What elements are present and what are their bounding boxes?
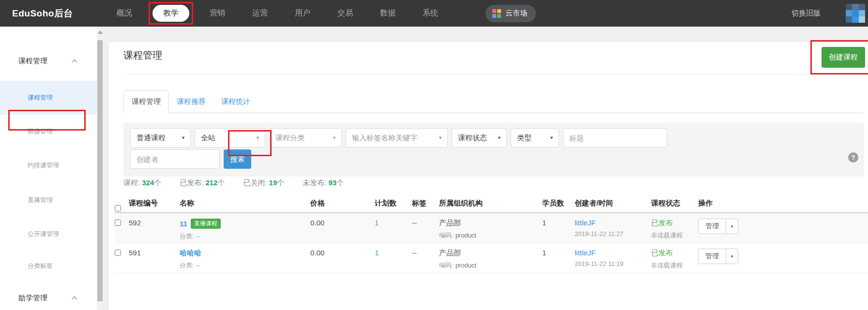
nav-item-data[interactable]: 数据: [380, 8, 396, 18]
tab-bar: 课程管理 课程推荐 课程统计: [123, 90, 863, 113]
stat-closed: 已关闭:19个: [243, 178, 284, 188]
scroll-up-arrow-icon[interactable]: [98, 30, 103, 34]
chevron-up-icon: [72, 59, 77, 64]
stat-label: 未发布:: [303, 178, 326, 187]
creator-link[interactable]: littleJF: [575, 249, 595, 257]
manage-split-button: 管理▼: [698, 219, 738, 234]
stat-label: 已发布:: [180, 178, 203, 187]
manage-dropdown-toggle[interactable]: ▼: [726, 249, 738, 264]
switch-old-version-link[interactable]: 切换旧版: [792, 9, 821, 18]
tab-course-management[interactable]: 课程管理: [123, 90, 169, 113]
tab-course-recommend[interactable]: 课程推荐: [169, 91, 213, 113]
main-nav: 概况 教学 营销 运营 用户 交易 数据 系统: [103, 2, 452, 25]
select-placeholder: 课程分类: [275, 133, 305, 143]
col-plan-count: 计划数: [375, 193, 412, 208]
stat-value: 19: [269, 178, 277, 187]
search-button[interactable]: 搜索: [224, 149, 251, 169]
creator-input[interactable]: [130, 149, 220, 169]
course-tags: --: [412, 213, 439, 227]
tab-course-statistics[interactable]: 课程统计: [213, 91, 258, 113]
sidebar-group-course-management[interactable]: 课程管理: [0, 44, 97, 78]
course-name-link[interactable]: 11: [180, 220, 187, 228]
manage-button[interactable]: 管理: [699, 249, 726, 264]
course-price: 0.00: [310, 243, 375, 257]
course-type-select[interactable]: 普通课程 ▼: [130, 128, 191, 148]
course-status-select[interactable]: 课程状态 ▼: [452, 128, 507, 148]
filter-panel: 普通课程 ▼ 全站 ▼ 课程分类 ▼ 输入标签名称关键字 ▼ 课程状态 ▼ 类型…: [123, 122, 864, 177]
nav-item-system[interactable]: 系统: [423, 8, 438, 18]
manage-button[interactable]: 管理: [699, 219, 726, 234]
col-price: 价格: [310, 193, 375, 208]
sidebar-item-schedule-management[interactable]: 约排课管理: [0, 148, 97, 182]
create-course-button[interactable]: 创建课程: [822, 47, 865, 68]
nav-item-users[interactable]: 用户: [295, 8, 310, 18]
course-table: 课程编号 名称 价格 计划数 标签 所属组织机构 学员数 创建者/时间 课程状态…: [115, 193, 868, 273]
select-value: 普通课程: [137, 133, 166, 143]
cloud-market-button[interactable]: 云市场: [486, 5, 536, 22]
row-checkbox[interactable]: [115, 250, 121, 256]
col-course-status: 课程状态: [651, 193, 698, 208]
top-navbar: EduSoho后台 概况 教学 营销 运营 用户 交易 数据 系统 云市场 切换…: [0, 0, 868, 27]
filter-row-1: 普通课程 ▼ 全站 ▼ 课程分类 ▼ 输入标签名称关键字 ▼ 课程状态 ▼ 类型…: [130, 128, 667, 148]
select-placeholder: 输入标签名称关键字: [352, 133, 417, 143]
creator-link[interactable]: littleJF: [575, 219, 595, 227]
org-name: 产品部: [439, 219, 542, 228]
scope-select[interactable]: 全站 ▼: [195, 128, 265, 148]
stat-label: 已关闭:: [243, 178, 267, 187]
plan-count-link[interactable]: 1: [375, 219, 379, 227]
brand-logo[interactable]: EduSoho后台: [12, 7, 73, 20]
course-name-link[interactable]: 哈哈哈: [180, 249, 201, 257]
sidebar-item-label: 分类标签: [28, 262, 53, 269]
col-name: 名称: [180, 193, 310, 208]
plan-count-link[interactable]: 1: [375, 249, 379, 257]
tag-keyword-select[interactable]: 输入标签名称关键字 ▼: [346, 128, 448, 148]
sidebar-item-live-management[interactable]: 直播管理: [0, 183, 97, 217]
sidebar-item-course-management[interactable]: 课程管理: [0, 81, 97, 115]
org-name: 产品部: [439, 249, 542, 258]
nav-item-operation[interactable]: 运营: [252, 8, 268, 18]
scrollbar-thumb[interactable]: [97, 40, 103, 301]
row-checkbox[interactable]: [115, 220, 121, 226]
sidebar-scrollbar[interactable]: [97, 27, 103, 310]
main-content: 课程管理 创建课程 课程管理 课程推荐 课程统计 普通课程 ▼ 全站 ▼ 课程分…: [109, 42, 868, 310]
nav-item-trade[interactable]: 交易: [337, 8, 353, 18]
stat-label: 课程:: [123, 178, 140, 187]
type-select[interactable]: 类型 ▼: [511, 128, 559, 148]
live-course-badge: 直播课程: [191, 219, 221, 229]
help-icon[interactable]: ?: [848, 152, 858, 162]
nav-item-teaching[interactable]: 教学: [152, 5, 189, 22]
table-header-row: 课程编号 名称 价格 计划数 标签 所属组织机构 学员数 创建者/时间 课程状态…: [115, 193, 868, 213]
col-organization: 所属组织机构: [439, 193, 542, 208]
cloud-market-label: 云市场: [505, 9, 527, 18]
course-category: 分类: --: [180, 232, 310, 241]
course-category: 分类: --: [180, 261, 310, 270]
nav-item-overview[interactable]: 概况: [117, 8, 132, 18]
manage-split-button: 管理▼: [698, 249, 738, 264]
org-code: 编码:product: [439, 261, 542, 270]
stat-unit: 个: [277, 178, 284, 187]
status-badge: 已发布: [651, 249, 698, 258]
table-row: 592 11直播课程 分类: -- 0.00 1 -- 产品部 编码:produ…: [115, 213, 868, 243]
user-avatar[interactable]: [846, 4, 865, 23]
title-input[interactable]: [563, 128, 667, 148]
col-creator-time: 创建者/时间: [575, 193, 651, 208]
sidebar-item-category-tags[interactable]: 分类标签: [0, 249, 97, 283]
navbar-right: 切换旧版: [792, 4, 868, 23]
chevron-down-icon: ▼: [497, 135, 502, 140]
manage-dropdown-toggle[interactable]: ▼: [726, 219, 738, 234]
select-all-checkbox[interactable]: [115, 205, 121, 211]
col-course-id: 课程编号: [129, 193, 180, 208]
market-grid-icon: [492, 9, 501, 18]
student-count: 1: [542, 243, 575, 257]
stat-unit: 个: [154, 178, 161, 187]
created-time: 2019-11-22 11:27: [575, 230, 651, 237]
sidebar-group-study-aid[interactable]: 助学管理: [0, 281, 97, 310]
sidebar-item-open-course-management[interactable]: 公开课管理: [0, 217, 97, 251]
divider: [123, 74, 863, 74]
nav-item-marketing[interactable]: 营销: [210, 8, 225, 18]
sidebar-item-label: 直播管理: [28, 196, 53, 204]
course-id: 591: [129, 243, 180, 257]
category-select[interactable]: 课程分类 ▼: [269, 128, 342, 148]
sidebar-item-label: 班级管理: [28, 128, 53, 135]
sidebar-item-class-management[interactable]: 班级管理: [0, 115, 97, 148]
